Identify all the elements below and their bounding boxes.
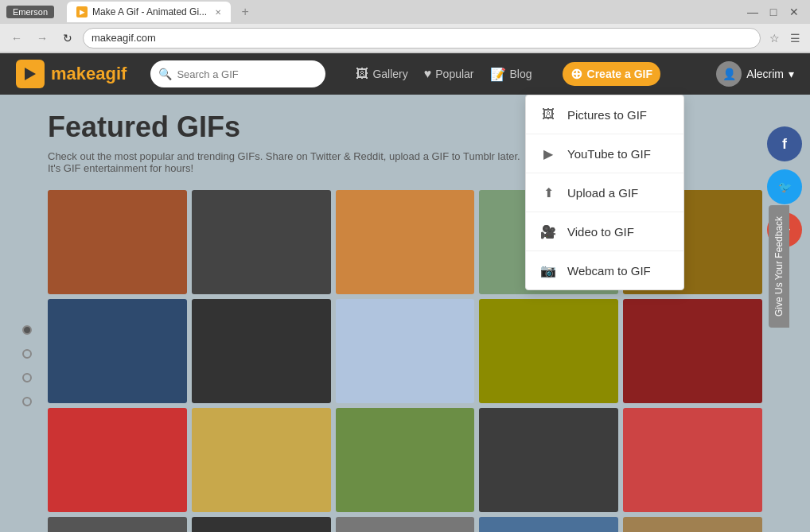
popular-icon: ♥ (424, 67, 432, 81)
gallery-nav-link[interactable]: 🖼 Gallery (349, 64, 414, 84)
carousel-dot-3[interactable] (22, 373, 32, 382)
address-bar: ← → ↻ makeagif.com ☆ ☰ (0, 24, 810, 52)
facebook-icon: f (782, 136, 787, 153)
minimize-button[interactable]: — (743, 4, 762, 20)
close-button[interactable]: ✕ (785, 4, 804, 20)
maximize-button[interactable]: □ (764, 4, 783, 20)
play-icon (25, 68, 36, 80)
youtube-to-gif-item[interactable]: ▶ YouTube to GIF (526, 134, 683, 173)
blog-icon: 📝 (490, 67, 506, 82)
nav-links: 🖼 Gallery ♥ Popular 📝 Blog (349, 64, 538, 85)
gif-cell-11[interactable] (48, 408, 187, 512)
pictures-icon: 🖼 (539, 105, 558, 124)
browser-tab[interactable]: ▶ Make A Gif - Animated Gi... ✕ (67, 2, 231, 22)
popular-label: Popular (435, 68, 473, 80)
twitter-icon: 🐦 (778, 181, 792, 193)
blog-label: Blog (510, 68, 532, 80)
url-bar[interactable]: makeagif.com (83, 28, 761, 49)
gif-cell-10[interactable] (623, 299, 762, 403)
gif-cell-3[interactable] (336, 190, 475, 294)
gif-cell-13[interactable] (336, 408, 475, 512)
user-menu[interactable]: 👤 Alecrim ▾ (716, 61, 794, 87)
webcam-to-gif-label: Webcam to GIF (567, 264, 651, 278)
user-chevron-icon: ▾ (789, 68, 794, 80)
blog-nav-link[interactable]: 📝 Blog (484, 64, 539, 85)
gif-cell-12[interactable] (192, 408, 331, 512)
logo-text-part1: makea (51, 64, 106, 83)
webcam-icon: 📷 (539, 261, 558, 280)
create-icon: ⊕ (571, 65, 582, 83)
carousel-dot-2[interactable] (22, 349, 32, 359)
logo-text-part2: gif (106, 64, 127, 83)
avatar: 👤 (716, 61, 742, 87)
search-icon: 🔍 (158, 68, 172, 80)
window-controls: — □ ✕ (743, 4, 804, 20)
gif-cell-9[interactable] (479, 299, 618, 403)
back-button[interactable]: ← (6, 28, 27, 49)
tab-close-icon[interactable]: ✕ (215, 8, 221, 17)
gif-cell-16[interactable] (48, 517, 187, 532)
featured-content: Featured GIFs Check out the most popular… (0, 95, 810, 532)
pictures-to-gif-label: Pictures to GIF (567, 108, 647, 122)
carousel-dot-1[interactable] (22, 325, 32, 335)
logo-text: makeagif (51, 64, 127, 84)
youtube-icon: ▶ (539, 144, 558, 163)
tab-favicon: ▶ (76, 6, 88, 17)
create-gif-button[interactable]: ⊕ Create a GIF (563, 62, 660, 86)
user-badge: Emerson (6, 6, 54, 18)
gif-cell-1[interactable] (48, 190, 187, 294)
tab-title: Make A Gif - Animated Gi... (92, 6, 207, 17)
create-dropdown: 🖼 Pictures to GIF ▶ YouTube to GIF ⬆ Upl… (525, 95, 684, 290)
gallery-icon: 🖼 (356, 67, 368, 81)
create-label: Create a GIF (587, 68, 652, 80)
logo-icon (16, 60, 45, 88)
feedback-tab[interactable]: Give Us Your Feedback (769, 204, 789, 327)
gif-cell-8[interactable] (336, 299, 475, 403)
facebook-button[interactable]: f (767, 126, 802, 161)
gallery-label: Gallery (372, 68, 407, 80)
gif-cell-18[interactable] (336, 517, 475, 532)
featured-desc: Check out the most popular and trending … (48, 150, 525, 174)
bookmark-icon[interactable]: ☆ (765, 29, 783, 47)
video-to-gif-label: Video to GIF (567, 225, 634, 239)
new-tab-button[interactable]: + (237, 2, 253, 22)
gif-cell-19[interactable] (479, 517, 618, 532)
forward-button[interactable]: → (32, 28, 53, 49)
title-bar-left: Emerson ▶ Make A Gif - Animated Gi... ✕ … (6, 2, 253, 22)
menu-icon[interactable]: ☰ (786, 29, 804, 47)
upload-a-gif-item[interactable]: ⬆ Upload a GIF (526, 173, 683, 212)
username: Alecrim (746, 68, 784, 80)
gif-cell-20[interactable] (623, 517, 762, 532)
video-to-gif-item[interactable]: 🎥 Video to GIF (526, 212, 683, 251)
gif-cell-7[interactable] (192, 299, 331, 403)
youtube-to-gif-label: YouTube to GIF (567, 147, 651, 161)
search-bar[interactable]: 🔍 (150, 60, 325, 87)
main-content: Featured GIFs Check out the most popular… (0, 95, 810, 532)
site-header: makeagif 🔍 🖼 Gallery ♥ Popular 📝 Blog ⊕ … (0, 53, 810, 95)
title-bar: Emerson ▶ Make A Gif - Animated Gi... ✕ … (0, 0, 810, 24)
gif-cell-17[interactable] (192, 517, 331, 532)
feedback-label: Give Us Your Feedback (773, 216, 785, 316)
browser-chrome: Emerson ▶ Make A Gif - Animated Gi... ✕ … (0, 0, 810, 53)
gif-cell-14[interactable] (479, 408, 618, 512)
upload-icon: ⬆ (539, 183, 558, 202)
url-text: makeagif.com (92, 32, 156, 44)
logo[interactable]: makeagif (16, 60, 127, 88)
twitter-button[interactable]: 🐦 (767, 169, 802, 204)
gif-cell-2[interactable] (192, 190, 331, 294)
pictures-to-gif-item[interactable]: 🖼 Pictures to GIF (526, 95, 683, 134)
video-icon: 🎥 (539, 222, 558, 241)
popular-nav-link[interactable]: ♥ Popular (418, 64, 481, 84)
refresh-button[interactable]: ↻ (57, 28, 78, 49)
search-input[interactable] (177, 68, 317, 80)
address-actions: ☆ ☰ (765, 29, 804, 47)
carousel-dot-4[interactable] (22, 397, 32, 406)
gif-cell-6[interactable] (48, 299, 187, 403)
carousel-dots (22, 325, 32, 406)
gif-cell-15[interactable] (623, 408, 762, 512)
webcam-to-gif-item[interactable]: 📷 Webcam to GIF (526, 251, 683, 289)
upload-gif-label: Upload a GIF (567, 186, 638, 200)
